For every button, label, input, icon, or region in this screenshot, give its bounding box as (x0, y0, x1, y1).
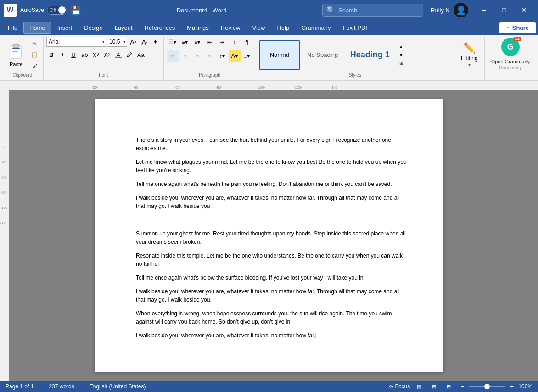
case-button[interactable]: Aa (135, 50, 146, 60)
font-color-button[interactable]: A (113, 50, 123, 60)
view-read-button[interactable]: ⊟ (443, 382, 454, 391)
superscript-button[interactable]: X2 (102, 50, 112, 60)
indent-button[interactable]: ⇥ (216, 37, 228, 48)
zoom-level: 100% (518, 383, 532, 390)
menu-home[interactable]: Home (23, 22, 51, 34)
zoom-in-button[interactable]: + (507, 382, 516, 391)
view-print-button[interactable]: ▤ (414, 382, 425, 391)
paragraph-label: Paragraph (164, 73, 256, 78)
align-center-button[interactable]: ≡ (179, 50, 191, 62)
search-icon: 🔍 (326, 6, 336, 15)
highlight-button[interactable]: 🖊 (124, 50, 134, 60)
bold-button[interactable]: B (46, 50, 56, 60)
status-separator-1 (41, 383, 41, 390)
svg-rect-3 (12, 50, 20, 50)
font-style-row: B I U ab X2 X2 A 🖊 Aa (46, 50, 146, 60)
menu-file[interactable]: File (2, 22, 23, 34)
paragraph-8: Tell me once again what's below the surf… (136, 274, 407, 282)
menu-design[interactable]: Design (78, 22, 108, 34)
menu-view[interactable]: View (246, 22, 271, 34)
document-page[interactable]: There's a story in your eyes. I can see … (95, 99, 443, 372)
menu-references[interactable]: References (139, 22, 181, 34)
close-button[interactable]: ✕ (514, 3, 534, 17)
zoom-out-button[interactable]: − (458, 382, 467, 391)
avatar: 👤 (454, 3, 468, 17)
style-normal-item[interactable]: Normal (259, 40, 300, 70)
shrink-font-button[interactable]: A- (140, 37, 150, 47)
bullets-button[interactable]: ☰▾ (167, 37, 179, 48)
font-size-select[interactable]: 10.5 (107, 37, 127, 47)
numbering-button[interactable]: ≡▾ (179, 37, 191, 48)
format-painter-button[interactable]: 🖌 (28, 61, 40, 71)
svg-rect-4 (12, 51, 18, 52)
menu-mailings[interactable]: Mailings (181, 22, 215, 34)
editing-group: ✏️ Editing ▾ (454, 37, 485, 80)
strikethrough-button[interactable]: ab (79, 50, 90, 60)
font-name-wrapper: Arial (46, 37, 106, 47)
cut-button[interactable]: ✂ (28, 39, 40, 49)
menu-review[interactable]: Review (215, 22, 247, 34)
copy-button[interactable]: 📋 (28, 50, 40, 60)
search-input[interactable] (338, 7, 419, 14)
menu-help[interactable]: Help (271, 22, 295, 34)
view-web-button[interactable]: ⊞ (428, 382, 439, 391)
style-nospacing-label: No Spacing (307, 51, 338, 58)
menu-layout[interactable]: Layout (109, 22, 139, 34)
status-separator-2 (82, 383, 82, 390)
toggle-knob (58, 6, 66, 14)
menu-foxit[interactable]: Foxit PDF (336, 22, 375, 34)
restore-button[interactable]: □ (494, 3, 514, 17)
shading-button[interactable]: A▾ (229, 50, 241, 62)
editing-icon: ✏️ (463, 42, 476, 54)
italic-button[interactable]: I (57, 50, 67, 60)
autosave-toggle[interactable]: Off (47, 6, 67, 15)
multilevel-button[interactable]: ≡▾ (191, 37, 203, 48)
focus-button[interactable]: ⊙ Focus (389, 383, 410, 390)
zoom-slider[interactable] (469, 386, 505, 387)
borders-button[interactable]: □▾ (241, 50, 253, 62)
grammarly-icon: G 54 (501, 38, 520, 56)
save-icon[interactable]: 💾 (71, 5, 81, 15)
outdent-button[interactable]: ⇤ (204, 37, 216, 48)
align-right-button[interactable]: ≡ (191, 50, 203, 62)
minimize-button[interactable]: ─ (474, 3, 494, 17)
editing-dropdown-icon: ▾ (468, 62, 471, 67)
styles-scroll-down[interactable]: ▼ (398, 51, 405, 59)
styles-group: Normal No Spacing Heading 1 ▲ ▼ ⊞ Styles (256, 37, 454, 80)
grow-font-button[interactable]: A+ (128, 37, 139, 47)
align-left-button[interactable]: ≡ (167, 50, 179, 62)
sort-button[interactable]: ↕ (229, 37, 241, 48)
paragraph-1: There's a story in your eyes. I can see … (136, 136, 407, 152)
grammarly-content: G 54 Open Grammarly Grammarly (488, 37, 533, 80)
font-label: Font (44, 73, 163, 78)
menu-insert[interactable]: Insert (51, 22, 78, 34)
clear-format-button[interactable]: ✦ (151, 37, 161, 47)
ruler-marks: ·20· ·40· ·60· ·80· ·100· ·120· ·140· (0, 81, 538, 90)
style-nospacing-item[interactable]: No Spacing (302, 40, 343, 70)
underline-button[interactable]: U (68, 50, 78, 60)
subscript-button[interactable]: X2 (90, 50, 101, 60)
style-heading-item[interactable]: Heading 1 (345, 40, 395, 70)
share-button[interactable]: ↑ Share (499, 22, 536, 33)
editing-button[interactable]: ✏️ Editing ▾ (457, 40, 482, 69)
status-bar: Page 1 of 1 237 words English (United St… (0, 381, 538, 392)
styles-scroll: ▲ ▼ ⊞ (398, 43, 405, 67)
clipboard-sub-buttons: ✂ 📋 🖌 (28, 39, 40, 71)
word-count: 237 words (49, 383, 74, 390)
focus-icon: ⊙ (389, 383, 393, 390)
styles-scroll-up[interactable]: ▲ (398, 43, 405, 51)
editing-label: Editing (461, 55, 478, 62)
menu-grammarly[interactable]: Grammarly (295, 22, 336, 34)
paste-button[interactable]: Paste (5, 41, 28, 69)
show-formatting-button[interactable]: ¶ (241, 37, 253, 48)
paragraph-7: Resonate inside this temple. Let me be t… (136, 252, 407, 268)
autosave-label: AutoSave (20, 7, 44, 13)
line-spacing-button[interactable]: ↕▾ (216, 50, 228, 62)
open-grammarly-button[interactable]: Open Grammarly Grammarly (488, 57, 533, 72)
doc-area[interactable]: ·20· ·40· ·60· ·80· -100· -120· There's … (0, 90, 538, 381)
justify-button[interactable]: ≡ (204, 50, 216, 62)
styles-expand[interactable]: ⊞ (398, 59, 405, 67)
search-bar[interactable]: 🔍 (322, 4, 423, 17)
font-name-select[interactable]: Arial (46, 37, 106, 47)
grammarly-sub-label: Grammarly (499, 65, 521, 70)
